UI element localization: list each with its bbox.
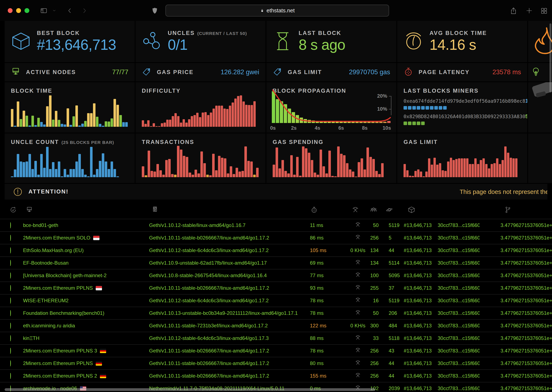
block-square: [443, 106, 447, 110]
back-button[interactable]: [66, 7, 73, 14]
chart-bar: [78, 154, 81, 177]
sidebar-toggle-icon[interactable]: [40, 7, 47, 14]
y-tick-10: 10%: [377, 106, 387, 112]
propagation-bar: [300, 118, 303, 123]
miner-entry: 0x829BD824B016326A401d083B33D092293333A8…: [403, 113, 521, 125]
chart-bar: [177, 146, 179, 177]
node-name-cell[interactable]: 2Miners.com Ethereum PPLNS: [19, 285, 147, 291]
node-name: 2Miners.com Ethereum SOLO: [23, 235, 90, 241]
minimize-window-button[interactable]: [16, 8, 21, 13]
node-status-icon: [10, 310, 11, 316]
node-latency: 88 ms: [306, 335, 344, 341]
table-header-col-7[interactable]: [380, 206, 400, 214]
table-row[interactable]: kinΞTHGeth/v1.10.12-stable-6c4dc6c3/linu…: [0, 332, 552, 344]
chart-bar: [403, 164, 406, 177]
node-status-icon: [10, 323, 11, 329]
status-cell: [0, 222, 19, 228]
table-row[interactable]: Foundation Benchmarking(bench01)Geth/v1.…: [0, 307, 552, 319]
table-row[interactable]: EthSolo.MaxHash.org (EU)Geth/v1.10.12-st…: [0, 244, 552, 256]
chart-bar: [209, 175, 212, 177]
forward-button[interactable]: [81, 7, 88, 14]
node-block-hash: 30ccf783...c15f660f: [435, 335, 480, 341]
table-row[interactable]: 2Miners.com Ethereum PPLNSGeth/v1.10.11-…: [0, 357, 552, 369]
chart-bar: [174, 175, 177, 177]
table-header-col-3[interactable]: [147, 206, 306, 214]
table-header-col-6[interactable]: [367, 206, 380, 214]
reload-button[interactable]: [380, 8, 386, 14]
table-header-col-8[interactable]: [400, 206, 435, 214]
table-header-col-2[interactable]: [19, 206, 147, 214]
propagation-bar: [280, 101, 283, 123]
zoom-window-button[interactable]: [24, 8, 29, 13]
new-tab-button[interactable]: [526, 7, 533, 14]
node-name-cell[interactable]: Foundation Benchmarking(bench01): [19, 310, 147, 316]
node-block-hash: 30ccf783...c15f660f: [435, 222, 480, 228]
node-name-cell[interactable]: eth.icanmining.ru aridia: [19, 323, 147, 329]
block-square: [439, 106, 442, 110]
chart-bar: [502, 160, 504, 177]
propagation-bar: [339, 122, 343, 123]
node-name-cell[interactable]: EF-Bootnode-Busan: [19, 260, 147, 266]
table-row[interactable]: bce-bnd01-gethGeth/v1.10.12-stable/linux…: [0, 219, 552, 231]
node-mining-cell: [344, 285, 367, 292]
node-block-hash: 30ccf783...c15f660f: [435, 385, 480, 391]
panel-sliver: [528, 133, 552, 183]
miner-address[interactable]: 0x829BD824B016326A401d083B33D092293333A8…: [403, 114, 525, 119]
chart-bar: [474, 158, 477, 177]
node-block-hash: 30ccf783...c15f660f: [435, 298, 480, 303]
propagation-bar: [379, 122, 383, 123]
chart-bar: [169, 120, 171, 127]
saturn-icon: [386, 206, 393, 213]
node-name-cell[interactable]: 2Miners.com Ethereum PPLNS 3: [19, 348, 147, 354]
node-pending: 43: [380, 348, 400, 354]
table-row[interactable]: 2Miners.com Ethereum PPLNSGeth/v1.10.11-…: [0, 281, 552, 294]
node-pending: 5119: [380, 298, 400, 303]
table-header-col-10[interactable]: [480, 206, 552, 214]
table-header-col-5[interactable]: [344, 206, 367, 214]
table-row[interactable]: [Universa Blockchain] geth-mainnet-2Geth…: [0, 269, 552, 281]
chart-bar: [510, 158, 512, 177]
table-row[interactable]: WISE-ETHEREUM2Geth/v1.10.12-stable-6c4dc…: [0, 294, 552, 307]
chevron-down-icon[interactable]: [52, 9, 56, 13]
chart-bar: [183, 156, 185, 177]
table-row[interactable]: eth.icanmining.ru aridiaGeth/v1.10.11-st…: [0, 319, 552, 332]
chart-bar: [185, 123, 188, 127]
chart-bar: [480, 160, 482, 177]
chart-bar: [366, 147, 369, 177]
share-button[interactable]: [510, 7, 517, 15]
table-row[interactable]: 2Miners.com Ethereum PPLNS 3Geth/v1.10.1…: [0, 344, 552, 357]
table-header-col-4[interactable]: [306, 206, 344, 214]
node-name-cell[interactable]: 2Miners.com Ethereum PPLNS: [19, 360, 147, 366]
horizontal-scrollbar[interactable]: [5, 388, 375, 391]
status-cell: [0, 260, 19, 266]
status-cell: [0, 373, 19, 379]
node-status-icon: [10, 273, 11, 278]
address-bar[interactable]: ethstats.net: [165, 5, 389, 16]
miner-address[interactable]: 0xea674fdde714fd979de3edf0f56aa9716b898e…: [403, 98, 525, 104]
tag-icon: [142, 67, 151, 77]
node-name-cell[interactable]: kinΞTH: [19, 335, 147, 341]
node-name-cell[interactable]: EthSolo.MaxHash.org (EU): [19, 247, 147, 253]
chart-bar: [11, 109, 13, 127]
node-name-cell[interactable]: [Universa Blockchain] geth-mainnet-2: [19, 273, 147, 278]
privacy-shield-icon[interactable]: [151, 7, 158, 14]
chart-bar: [250, 161, 253, 177]
node-name-cell[interactable]: 2Miners.com Ethereum SOLO: [19, 235, 147, 241]
node-name: 2Miners.com Ethereum PPLNS 2: [23, 373, 97, 379]
close-window-button[interactable]: [8, 8, 13, 13]
vertical-scrollbar[interactable]: [550, 23, 551, 92]
chart-bar: [226, 109, 229, 127]
tab-overview-button[interactable]: [540, 7, 548, 15]
node-last-block: #13,646,713: [400, 310, 435, 316]
table-row[interactable]: 2Miners.com Ethereum SOLOGeth/v1.10.11-s…: [0, 231, 552, 244]
table-header-col-1[interactable]: [0, 206, 19, 214]
table-row[interactable]: 2Miners.com Ethereum PPLNS 2Geth/v1.10.1…: [0, 369, 552, 382]
node-peers: 256: [367, 360, 380, 366]
node-name-cell[interactable]: WISE-ETHEREUM2: [19, 298, 147, 303]
miner-entry: 0xea674fdde714fd979de3edf0f56aa9716b898e…: [403, 98, 521, 110]
node-name-cell[interactable]: bce-bnd01-geth: [19, 222, 147, 228]
chart-bar: [164, 123, 166, 127]
table-row[interactable]: EF-Bootnode-BusanGeth/v1.10.9-unstable-6…: [0, 256, 552, 269]
node-name-cell[interactable]: 2Miners.com Ethereum PPLNS 2: [19, 373, 147, 379]
chart-bar: [472, 164, 474, 177]
